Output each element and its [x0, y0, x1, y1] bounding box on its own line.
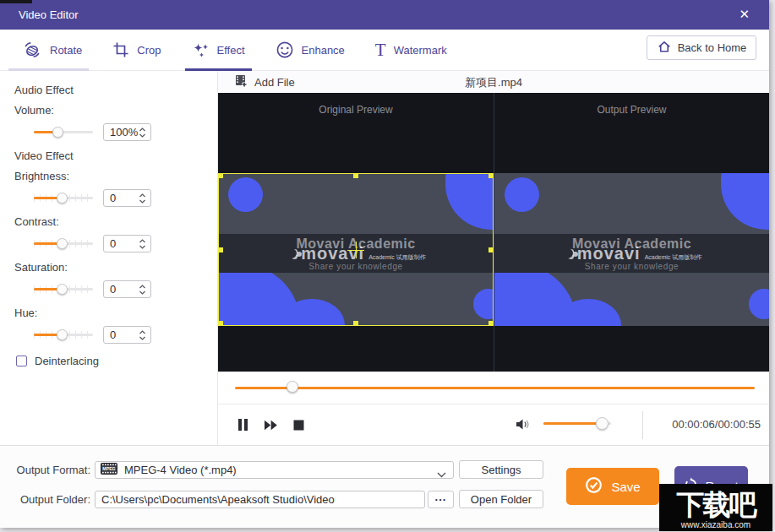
add-file-button[interactable]: Add File [235, 74, 295, 90]
original-preview-label: Original Preview [218, 104, 494, 116]
tab-crop[interactable]: Crop [112, 30, 161, 70]
preview-area: Add File 新项目.mp4 Original Preview Movavi… [218, 71, 769, 445]
save-label: Save [611, 480, 640, 494]
tab-watermark[interactable]: T Watermark [375, 30, 447, 70]
original-video-frame: Movavi Academic movavi Academic 试用版制作 Sh… [218, 173, 494, 326]
contrast-spinner[interactable]: 0 [103, 235, 151, 252]
playback-volume-slider[interactable] [543, 417, 611, 431]
output-preview-label: Output Preview [494, 104, 769, 116]
tab-bar: Rotate Crop Effect [0, 30, 769, 71]
spinner-arrows-icon[interactable] [139, 238, 146, 250]
selection-handle[interactable] [218, 173, 223, 178]
file-toolbar: Add File 新项目.mp4 [218, 71, 769, 93]
back-to-home-button[interactable]: Back to Home [647, 35, 756, 60]
brightness-slider[interactable] [34, 192, 93, 204]
tab-rotate-label: Rotate [50, 44, 82, 57]
tab-enhance[interactable]: Enhance [276, 30, 345, 70]
tab-effect-label: Effect [217, 44, 245, 57]
effect-settings-panel: Audio Effect Volume: 100% Video Effect B… [0, 71, 218, 445]
window-title: Video Editor [19, 8, 79, 21]
settings-button[interactable]: Settings [459, 460, 543, 479]
home-icon [657, 40, 672, 56]
volume-label: Volume: [14, 104, 217, 117]
brightness-value: 0 [110, 192, 116, 204]
output-format-label: Output Format: [10, 464, 90, 476]
video-blob-shape [721, 173, 769, 230]
add-file-label: Add File [254, 76, 295, 89]
saturation-value: 0 [110, 283, 116, 296]
tab-effect[interactable]: Effect [192, 30, 245, 70]
background-window-artifact [0, 0, 32, 3]
close-icon[interactable]: ✕ [739, 7, 750, 22]
hue-slider[interactable] [34, 328, 93, 341]
seek-bar[interactable] [235, 387, 755, 389]
deinterlacing-checkbox[interactable] [16, 356, 27, 366]
tab-watermark-label: Watermark [394, 44, 447, 57]
stop-button[interactable] [293, 420, 304, 431]
spinner-arrows-icon[interactable] [139, 127, 146, 138]
video-blob-shape [749, 289, 769, 319]
deinterlacing-option[interactable]: Deinterlacing [16, 355, 217, 367]
seek-handle[interactable] [287, 381, 298, 393]
pause-button[interactable] [237, 418, 248, 432]
screen: Video Editor ✕ Rotate [0, 0, 775, 532]
back-to-home-label: Back to Home [678, 41, 747, 54]
mpeg-format-icon: MPEG [101, 463, 117, 477]
volume-mute-icon[interactable] [516, 418, 530, 434]
svg-text:MPEG: MPEG [102, 466, 115, 471]
tab-rotate[interactable]: Rotate [22, 30, 82, 70]
volume-value: 100% [110, 126, 138, 138]
selection-handle[interactable] [353, 321, 358, 326]
playback-controls: 00:00:06/00:00:55 [218, 404, 769, 445]
movavi-dots-logo-icon [562, 248, 573, 258]
movavi-tagline: Share your knowledge [585, 262, 679, 271]
spinner-arrows-icon[interactable] [139, 329, 146, 341]
hue-spinner[interactable]: 0 [103, 326, 151, 344]
output-folder-field[interactable]: C:\Users\pc\Documents\Apeaksoft Studio\V… [95, 491, 425, 508]
movavi-logo-text: movavi [577, 244, 641, 263]
save-button[interactable]: Save [566, 468, 659, 505]
title-bar: Video Editor ✕ [0, 0, 769, 30]
selection-rectangle[interactable] [218, 173, 494, 326]
fast-forward-button[interactable] [264, 420, 278, 431]
contrast-slider[interactable] [34, 237, 93, 250]
saturation-slider[interactable] [34, 283, 93, 296]
volume-slider-handle[interactable] [596, 417, 609, 430]
contrast-label: Contrast: [14, 215, 217, 228]
selection-handle[interactable] [218, 247, 223, 252]
check-circle-icon [585, 476, 603, 497]
saturation-label: Saturation: [14, 261, 217, 274]
selection-handle[interactable] [353, 173, 358, 178]
browse-folder-button[interactable]: ... [428, 491, 454, 508]
volume-slider[interactable] [34, 126, 93, 138]
rotate-icon [22, 41, 42, 59]
output-format-value: MPEG-4 Video (*.mp4) [124, 464, 237, 476]
add-file-icon [235, 74, 248, 90]
brightness-label: Brightness: [14, 170, 217, 182]
spinner-arrows-icon[interactable] [139, 284, 146, 296]
saturation-spinner[interactable]: 0 [103, 280, 151, 298]
deinterlacing-label: Deinterlacing [35, 355, 99, 367]
video-preview-region: Original Preview Movavi Academic movavi [218, 93, 769, 372]
contrast-value: 0 [110, 237, 116, 250]
tab-enhance-label: Enhance [302, 44, 345, 57]
output-folder-value: C:\Users\pc\Documents\Apeaksoft Studio\V… [101, 493, 335, 506]
effect-sparkles-icon [192, 41, 210, 58]
brightness-spinner[interactable]: 0 [103, 189, 151, 207]
selection-handle[interactable] [218, 321, 223, 326]
output-settings-bar: Output Format: MPEG MPEG-4 Video (*.mp4) [0, 445, 769, 528]
video-blob-shape [505, 177, 539, 212]
output-video-frame: Movavi Academic movavi Academic 试用版制作 Sh… [494, 173, 769, 326]
tab-crop-label: Crop [137, 44, 161, 57]
settings-label: Settings [482, 464, 521, 476]
open-folder-button[interactable]: Open Folder [459, 490, 543, 508]
enhance-face-icon [276, 41, 294, 59]
spinner-arrows-icon[interactable] [139, 193, 146, 204]
video-editor-window: Video Editor ✕ Rotate [0, 0, 769, 528]
movavi-trial-text: Academic 试用版制作 [645, 253, 702, 262]
hue-label: Hue: [14, 307, 217, 319]
seek-bar-row [218, 372, 769, 404]
output-format-dropdown[interactable]: MPEG MPEG-4 Video (*.mp4) [95, 461, 454, 479]
video-effect-heading: Video Effect [14, 149, 217, 162]
volume-spinner[interactable]: 100% [103, 123, 151, 141]
